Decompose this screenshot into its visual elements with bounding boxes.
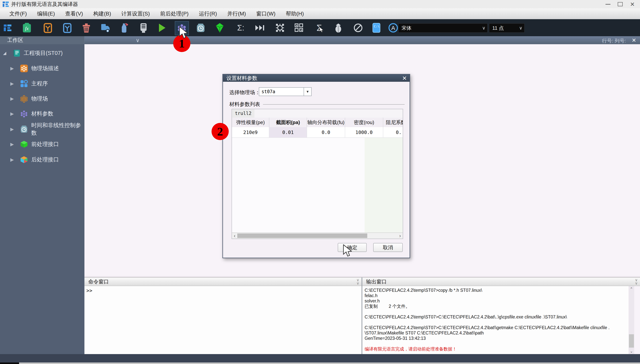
close-button[interactable] xyxy=(626,0,638,8)
output-window-header[interactable]: 输出窗口 ∨∨ xyxy=(362,277,640,286)
preprocess-gem-icon[interactable] xyxy=(214,22,225,33)
circle-a-icon[interactable]: A xyxy=(388,22,399,33)
gear-grid-icon[interactable] xyxy=(274,22,286,33)
chevron-down-icon[interactable]: ∨ xyxy=(517,25,524,31)
scroll-right-icon[interactable]: › xyxy=(398,233,403,238)
tree-item-material-params[interactable]: 材料参数 xyxy=(0,110,84,118)
material-params-dialog: 设置材料参数 ✕ 选择物理场： st07a ▼ 材料参数列表 trull2 弹性… xyxy=(222,74,410,258)
expander-open-icon[interactable] xyxy=(3,51,6,56)
import-jug-icon[interactable] xyxy=(119,22,130,33)
fast-forward-icon[interactable] xyxy=(254,22,265,33)
material-tab-trull2[interactable]: trull2 xyxy=(232,109,255,118)
chevron-down-icon[interactable]: ∨ xyxy=(480,25,487,31)
status-bar xyxy=(0,354,640,362)
menu-help[interactable]: 帮助(H) xyxy=(280,8,309,19)
tree-item-time-control[interactable]: 时间和非线性控制参数 xyxy=(0,125,84,134)
output-line: C:\ECTEC\PFELAC2.4.2\temp\ST07>C:\ECTEC\… xyxy=(364,314,627,320)
sigma-cursor-icon[interactable]: Σ xyxy=(314,22,325,33)
run-play-icon[interactable] xyxy=(157,22,168,33)
output-window-body[interactable]: C:\ECTEC\PFELAC2.4.2\temp\ST07>copy /b *… xyxy=(362,286,634,354)
output-window-title: 输出窗口 xyxy=(366,278,387,285)
cell-cross-section[interactable]: 0.01 xyxy=(269,127,307,138)
tree-item-preprocess-interface[interactable]: 前处理接口 xyxy=(0,140,84,149)
model-blue-icon[interactable] xyxy=(62,22,73,33)
scrollbar-thumb[interactable] xyxy=(629,334,634,348)
tree-item-label: 前处理接口 xyxy=(31,140,59,148)
cell-elastic-modulus[interactable]: 210e9 xyxy=(232,127,269,138)
tree-root-project[interactable]: 工程项目(ST07) xyxy=(0,49,84,58)
cell-axial-load[interactable]: 0.0 xyxy=(307,127,345,138)
tab-close-icon[interactable] xyxy=(632,37,636,44)
server-tower-icon[interactable] xyxy=(138,22,149,33)
menu-file[interactable]: 文件(F) xyxy=(4,8,32,19)
dialog-close-icon[interactable]: ✕ xyxy=(402,75,407,82)
dialog-title-bar[interactable]: 设置材料参数 ✕ xyxy=(223,74,410,82)
toolbar: fx Σ: xyxy=(0,19,640,36)
combo-dropdown-icon[interactable]: ▼ xyxy=(304,88,311,96)
command-prompt: >> xyxy=(84,286,362,293)
menu-window[interactable]: 窗口(W) xyxy=(251,8,280,19)
terminal-icon[interactable]: C:\ xyxy=(371,22,382,33)
expander-closed-icon[interactable] xyxy=(10,96,14,102)
menu-build[interactable]: 构建(B) xyxy=(88,8,116,19)
command-window-body[interactable]: >> xyxy=(84,286,362,354)
horizontal-scrollbar[interactable]: ‹ › xyxy=(232,232,403,238)
restore-button[interactable] xyxy=(614,0,626,8)
scrollbar-thumb[interactable] xyxy=(237,234,367,238)
delete-trash-icon[interactable] xyxy=(81,22,92,33)
time-control-clock-icon[interactable] xyxy=(195,22,206,33)
scroll-up-icon[interactable]: ⌃ xyxy=(628,286,634,292)
ok-button[interactable]: 确定 xyxy=(338,243,367,252)
export-truck-icon[interactable] xyxy=(100,22,111,33)
font-family-combo[interactable]: 宋体 ∨ xyxy=(398,24,488,32)
expander-closed-icon[interactable] xyxy=(10,66,14,71)
scroll-left-icon[interactable]: ‹ xyxy=(232,233,237,238)
col-header-density[interactable]: 密度(rou) xyxy=(345,118,383,127)
expander-closed-icon[interactable] xyxy=(10,111,14,116)
collapse-chevrons-icon[interactable]: ∨∨ xyxy=(635,278,638,285)
col-header-damping[interactable]: 阻尼系数 xyxy=(383,118,403,127)
tree-item-physics-field[interactable]: 物理场 xyxy=(0,94,84,103)
tree-item-postprocess-interface[interactable]: 后处理接口 xyxy=(0,155,84,164)
physics-field-combo[interactable]: st07a ▼ xyxy=(259,87,312,96)
expander-closed-icon[interactable] xyxy=(10,126,14,132)
font-size-combo[interactable]: 11 点 ∨ xyxy=(489,24,524,32)
ban-icon[interactable] xyxy=(352,22,364,33)
collapse-chevrons-icon[interactable]: ∨∨ xyxy=(356,278,359,285)
menu-view[interactable]: 查看(V) xyxy=(60,8,88,19)
app-logo-toolbar-icon[interactable] xyxy=(2,22,13,33)
col-header-elastic-modulus[interactable]: 弹性模量(pe) xyxy=(232,118,269,127)
tree-item-main-program[interactable]: 主程序 xyxy=(0,79,84,88)
expander-closed-icon[interactable] xyxy=(10,142,14,147)
tree-item-physics-description[interactable]: 物理场描述 xyxy=(0,64,84,73)
output-line: C:\ECTEC\PFELAC2.4.2\temp\ST07>copy /b *… xyxy=(364,288,627,293)
open-model-orange-icon[interactable] xyxy=(42,22,53,33)
expander-closed-icon[interactable] xyxy=(10,81,14,86)
sigma-icon[interactable]: Σ: xyxy=(235,22,246,33)
tree-item-label: 主程序 xyxy=(31,80,48,88)
project-document-icon xyxy=(12,49,20,57)
cell-density[interactable]: 1000.0 xyxy=(345,127,383,138)
menu-run[interactable]: 运行(R) xyxy=(194,8,222,19)
chevron-down-icon[interactable]: ∨ xyxy=(136,37,140,44)
block-grid-icon[interactable] xyxy=(294,22,304,33)
cell-damping[interactable]: 0. xyxy=(383,127,403,138)
scroll-down-icon[interactable]: ⌄ xyxy=(628,348,634,354)
debug-bug-icon[interactable] xyxy=(333,22,344,33)
output-line xyxy=(364,309,627,314)
col-header-axial-load[interactable]: 轴向分布荷载(fu) xyxy=(307,118,345,127)
menu-pre-post[interactable]: 前后处理(P) xyxy=(155,8,194,19)
cancel-button[interactable]: 取消 xyxy=(373,243,403,252)
vertical-scrollbar[interactable]: ⌃ ⌄ xyxy=(628,286,634,354)
command-window-header[interactable]: 命令窗口 ∨∨ xyxy=(84,277,362,286)
menu-edit[interactable]: 编辑(E) xyxy=(32,8,60,19)
col-header-cross-section[interactable]: 截面积(pa) xyxy=(269,118,307,127)
main-program-icon xyxy=(20,80,28,88)
column-highlight-strip xyxy=(364,138,403,232)
minimize-button[interactable] xyxy=(602,0,614,8)
new-project-fx-icon[interactable]: fx xyxy=(21,22,32,33)
expander-closed-icon[interactable] xyxy=(10,157,14,162)
menu-compute-settings[interactable]: 计算设置(S) xyxy=(116,8,155,19)
time-control-icon xyxy=(20,125,28,134)
menu-parallel[interactable]: 并行(M) xyxy=(222,8,251,19)
